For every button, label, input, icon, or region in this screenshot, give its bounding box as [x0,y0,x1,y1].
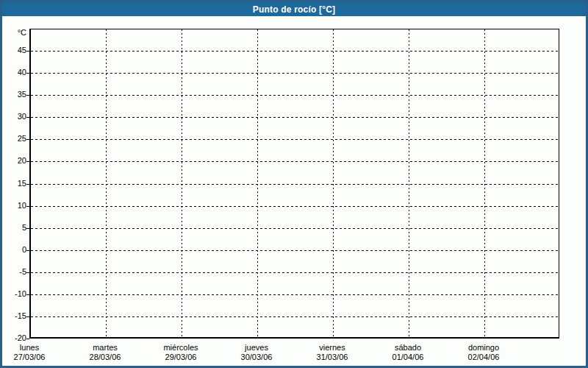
y-gridline [31,184,559,185]
y-axis-tick [26,228,29,229]
x-axis-day-label: miércoles [148,343,214,353]
y-axis-tick [26,272,29,273]
x-axis-day-label: viernes [299,343,365,353]
x-axis-day-label: sábado [375,343,441,353]
y-gridline [31,294,559,295]
y-axis-label: 45 [2,46,26,55]
y-axis-label: 25 [2,134,26,144]
x-axis-day-label: lunes [0,343,62,353]
y-axis-label: -5 [2,267,26,277]
y-axis-tick [26,184,29,185]
y-gridline [31,250,559,251]
y-axis-label: 0 [2,245,26,255]
y-axis-label: 5 [2,223,26,233]
x-gridline [409,29,409,337]
y-axis-tick [26,294,29,295]
y-axis-tick [26,117,29,118]
y-axis-label: 35 [2,90,26,99]
x-axis-date-label: 01/04/06 [375,353,441,362]
x-axis-day-label: jueves [223,343,290,353]
y-axis-tick [26,316,29,317]
x-gridline [333,29,334,337]
x-axis-day-label: domingo [451,343,517,353]
x-axis-date-label: 27/03/06 [0,353,62,362]
y-axis-tick [26,161,29,162]
y-gridline [31,316,559,317]
y-gridline [31,51,559,52]
y-axis-label: 15 [2,179,26,188]
y-axis-label: -15 [2,311,26,321]
chart-window-inner: Punto de rocío [°C] 454035302520151050-5… [2,2,586,366]
y-axis-tick [26,339,29,339]
x-axis-date-label: 31/03/06 [299,353,365,362]
y-axis-label: -20 [2,333,26,343]
y-axis-label: 20 [2,156,26,166]
y-axis-label: 30 [2,112,26,121]
x-gridline [106,29,107,337]
y-axis-label: 10 [2,201,26,210]
x-axis-date-label: 02/04/06 [451,353,517,362]
y-gridline [31,228,559,229]
x-gridline [484,29,485,337]
x-gridline [257,29,258,337]
y-gridline [31,161,559,162]
y-axis-tick [26,73,29,74]
x-axis-date-label: 28/03/06 [72,353,138,362]
y-axis-tick [26,250,29,251]
chart-title: Punto de rocío [°C] [253,4,336,15]
y-gridline [31,139,559,140]
plot-area [29,29,559,339]
chart-window: Punto de rocío [°C] 454035302520151050-5… [0,0,588,368]
y-axis-label: -10 [2,289,26,299]
y-gridline [31,206,559,207]
x-axis-date-label: 30/03/06 [223,353,290,362]
y-axis-tick [26,95,29,96]
x-axis-date-label: 29/03/06 [148,353,214,362]
chart-title-bar: Punto de rocío [°C] [2,2,586,16]
y-gridline [31,73,559,74]
y-gridline [31,117,559,118]
x-gridline [182,29,182,337]
x-axis-day-label: martes [72,343,138,353]
y-axis-unit-label: °C [2,28,26,38]
y-axis-tick [26,51,29,52]
y-gridline [31,272,559,273]
y-axis-label: 40 [2,68,26,77]
y-gridline [31,95,559,96]
y-axis-tick [26,139,29,140]
y-axis-tick [26,206,29,207]
